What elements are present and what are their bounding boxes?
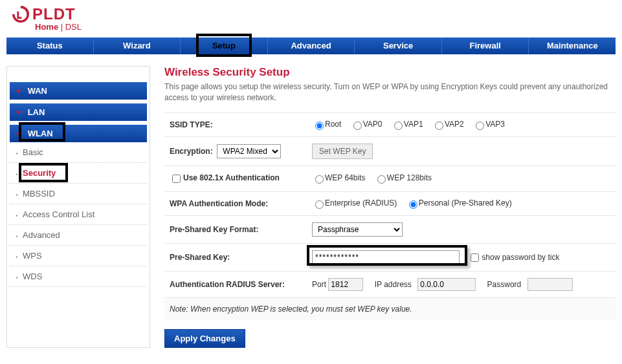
top-nav: Status Wizard Setup Advanced Service Fir… bbox=[6, 37, 616, 54]
psk-label: Pre-Shared Key: bbox=[164, 243, 307, 271]
ssid-type-label: SSID TYPE: bbox=[164, 112, 307, 136]
wep-note: Note: When encryption WEP is selected, y… bbox=[164, 297, 616, 320]
wep64-radio[interactable] bbox=[315, 175, 324, 184]
radius-port-input[interactable] bbox=[328, 278, 363, 291]
radius-ip-label: IP address bbox=[375, 280, 412, 289]
psk-input[interactable] bbox=[312, 250, 460, 264]
pldt-logo-icon bbox=[12, 5, 30, 23]
ssid-vap0-radio[interactable] bbox=[353, 122, 362, 130]
show-password-checkbox[interactable] bbox=[471, 253, 479, 262]
encryption-select[interactable]: WPA2 Mixed bbox=[217, 144, 281, 158]
wep128-radio[interactable] bbox=[377, 175, 386, 184]
brand-logo: PLDT bbox=[12, 5, 622, 23]
sidebar-section-lan[interactable]: LAN bbox=[10, 103, 147, 121]
page-description: This page allows you setup the wireless … bbox=[164, 81, 616, 103]
nav-advanced[interactable]: Advanced bbox=[268, 37, 355, 54]
nav-status[interactable]: Status bbox=[6, 37, 94, 54]
content-area: Wireless Security Setup This page allows… bbox=[150, 66, 616, 348]
nav-wizard[interactable]: Wizard bbox=[94, 37, 181, 54]
sidebar-item-wps[interactable]: ▸WPS bbox=[10, 246, 147, 266]
set-wep-key-button[interactable]: Set WEP Key bbox=[312, 144, 373, 159]
chevron-down-icon bbox=[16, 90, 21, 93]
apply-changes-button[interactable]: Apply Changes bbox=[164, 329, 245, 348]
brand-subtitle: Home | DSL bbox=[12, 22, 622, 32]
chevron-down-icon bbox=[16, 133, 21, 136]
page-title: Wireless Security Setup bbox=[164, 66, 616, 79]
ssid-vap2-radio[interactable] bbox=[435, 122, 443, 130]
brand-header: PLDT Home | DSL bbox=[0, 0, 622, 37]
nav-maintenance[interactable]: Maintenance bbox=[529, 37, 616, 54]
radius-label: Authentication RADIUS Server: bbox=[164, 271, 307, 297]
brand-name: PLDT bbox=[32, 5, 76, 23]
psk-format-select[interactable]: Passphrase bbox=[312, 222, 403, 237]
ssid-root-radio[interactable] bbox=[315, 122, 324, 130]
settings-form: SSID TYPE: Root VAP0 VAP1 VAP2 VAP3 Encr… bbox=[164, 112, 616, 320]
nav-setup[interactable]: Setup bbox=[181, 37, 268, 54]
use-8021x-checkbox[interactable] bbox=[172, 175, 181, 183]
sidebar: WAN LAN WLAN ▸Basic ▸ Security ▸MBSSID ▸… bbox=[6, 66, 150, 348]
radius-port-label: Port bbox=[312, 280, 326, 289]
radius-pw-label: Password bbox=[487, 280, 522, 289]
sidebar-item-advanced[interactable]: ▸Advanced bbox=[10, 225, 147, 246]
wpa-enterprise-radio[interactable] bbox=[315, 200, 324, 209]
sidebar-item-mbssid[interactable]: ▸MBSSID bbox=[10, 184, 147, 204]
ssid-type-options: Root VAP0 VAP1 VAP2 VAP3 bbox=[307, 112, 616, 136]
encryption-label: Encryption: bbox=[170, 147, 213, 156]
sidebar-item-acl[interactable]: ▸Access Control List bbox=[10, 204, 147, 225]
psk-format-label: Pre-Shared Key Format: bbox=[164, 215, 307, 243]
wpa-personal-radio[interactable] bbox=[409, 200, 417, 209]
radius-password-input[interactable] bbox=[528, 278, 573, 291]
nav-firewall[interactable]: Firewall bbox=[442, 37, 529, 54]
wpa-mode-label: WPA Authentication Mode: bbox=[164, 191, 307, 215]
sidebar-section-wan[interactable]: WAN bbox=[10, 82, 147, 100]
ssid-vap1-radio[interactable] bbox=[394, 122, 403, 130]
sidebar-section-wlan[interactable]: WLAN bbox=[10, 125, 147, 142]
sidebar-item-basic[interactable]: ▸Basic bbox=[10, 142, 147, 163]
ssid-vap3-radio[interactable] bbox=[476, 122, 484, 130]
radius-ip-input[interactable] bbox=[417, 278, 476, 291]
chevron-down-icon bbox=[16, 111, 21, 114]
sidebar-item-security[interactable]: ▸ Security bbox=[10, 163, 147, 184]
sidebar-item-wds[interactable]: ▸WDS bbox=[10, 266, 147, 287]
nav-service[interactable]: Service bbox=[355, 37, 442, 54]
